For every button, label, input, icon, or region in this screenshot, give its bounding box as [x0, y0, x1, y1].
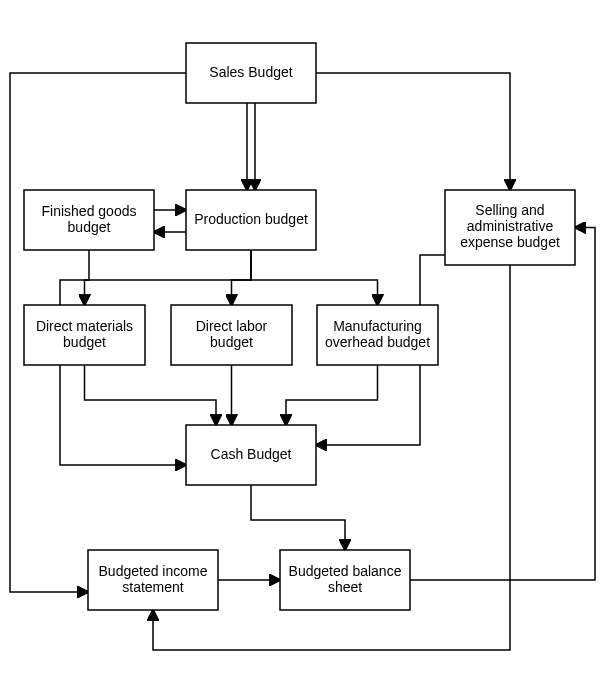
node-bbs-label-0: Budgeted balance — [289, 563, 402, 579]
node-bbs-label-1: sheet — [328, 579, 362, 595]
node-cash-label-0: Cash Budget — [211, 446, 292, 462]
node-bis-label-1: statement — [122, 579, 184, 595]
node-selling-label-1: administrative — [467, 218, 554, 234]
node-dlab-label-0: Direct labor — [196, 318, 268, 334]
budget-flow-diagram: Sales BudgetFinished goodsbudgetProducti… — [0, 0, 608, 674]
node-selling-label-0: Selling and — [475, 202, 544, 218]
node-sales-label-0: Sales Budget — [209, 64, 292, 80]
node-moh-label-1: overhead budget — [325, 334, 430, 350]
edge-moh-cash — [286, 365, 378, 425]
node-finished-label-1: budget — [68, 219, 111, 235]
edge-prod-dmat — [85, 250, 252, 305]
node-moh-label-0: Manufacturing — [333, 318, 422, 334]
edge-cash-bbs — [251, 485, 345, 550]
node-dmat-label-0: Direct materials — [36, 318, 133, 334]
node-bis-label-0: Budgeted income — [99, 563, 208, 579]
edge-prod-dlab — [232, 250, 252, 305]
edge-prod-moh — [251, 250, 378, 305]
edge-bbs-selling — [410, 228, 595, 581]
node-dlab-label-1: budget — [210, 334, 253, 350]
edge-sales-selling — [316, 73, 510, 190]
node-dmat-label-1: budget — [63, 334, 106, 350]
edge-dmat-cash — [85, 365, 217, 425]
node-production-label-0: Production budget — [194, 211, 308, 227]
node-selling-label-2: expense budget — [460, 234, 560, 250]
node-finished-label-0: Finished goods — [42, 203, 137, 219]
